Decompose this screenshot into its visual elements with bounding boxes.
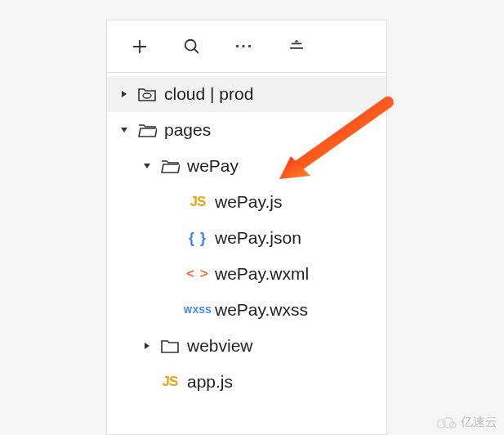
folder-label: wePay — [187, 156, 239, 176]
tree-file-wepay-wxml[interactable]: < > wePay.wxml — [107, 256, 386, 292]
file-label: wePay.json — [215, 228, 301, 248]
tree-folder-wepay[interactable]: wePay — [107, 148, 386, 184]
cloud-folder-icon — [135, 86, 159, 102]
tree-file-app-js[interactable]: JS app.js — [107, 364, 386, 400]
watermark-cloud-icon — [435, 415, 457, 430]
watermark-text: 亿速云 — [461, 415, 497, 430]
caret-down-icon — [117, 126, 132, 134]
file-label: wePay.js — [215, 192, 282, 212]
more-icon: ··· — [235, 37, 254, 56]
tree-folder-cloud[interactable]: cloud | prod — [107, 76, 386, 112]
toolbar: ··· — [107, 20, 386, 73]
tree-folder-webview[interactable]: webview — [107, 328, 386, 364]
folder-label: pages — [164, 120, 211, 140]
watermark: 亿速云 — [435, 415, 497, 430]
file-label: wePay.wxss — [215, 300, 308, 320]
caret-right-icon — [117, 90, 132, 98]
tree-folder-pages[interactable]: pages — [107, 112, 386, 148]
wxml-file-icon: < > — [185, 266, 210, 282]
wxss-file-icon: WXSS — [185, 305, 210, 315]
caret-down-icon — [140, 162, 154, 170]
caret-right-icon — [140, 342, 154, 350]
more-button[interactable]: ··· — [218, 20, 270, 73]
file-explorer-panel: ··· cloud | prod pages — [106, 20, 387, 435]
file-label: wePay.wxml — [215, 264, 309, 284]
search-icon — [183, 38, 201, 56]
svg-point-1 — [143, 93, 151, 98]
js-file-icon: JS — [185, 194, 210, 210]
add-button[interactable] — [114, 20, 166, 73]
search-button[interactable] — [166, 20, 218, 73]
collapse-icon — [288, 38, 306, 56]
plus-icon — [131, 38, 149, 56]
tree-file-wepay-json[interactable]: { } wePay.json — [107, 220, 386, 256]
json-file-icon: { } — [185, 230, 210, 247]
file-tree: cloud | prod pages wePay JS wePay.j — [107, 73, 386, 400]
folder-open-icon — [158, 158, 182, 174]
tree-file-wepay-js[interactable]: JS wePay.js — [107, 184, 386, 220]
collapse-button[interactable] — [270, 20, 323, 73]
folder-label: cloud | prod — [164, 84, 253, 104]
tree-file-wepay-wxss[interactable]: WXSS wePay.wxss — [107, 292, 386, 328]
js-file-icon: JS — [158, 374, 182, 390]
folder-open-icon — [135, 122, 159, 138]
file-label: app.js — [187, 372, 233, 392]
folder-label: webview — [187, 336, 253, 356]
folder-icon — [158, 338, 182, 354]
